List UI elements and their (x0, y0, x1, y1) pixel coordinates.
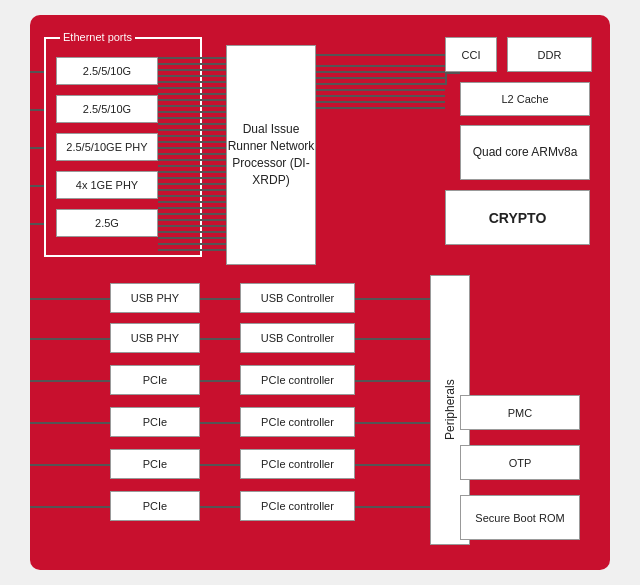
bus-line20 (158, 171, 226, 173)
bus-line15 (158, 141, 226, 143)
bus-line23 (158, 189, 226, 191)
bus-line10 (158, 111, 226, 113)
otp-box: OTP (460, 445, 580, 480)
line-eth1-left (30, 71, 44, 73)
ddr-box: DDR (507, 37, 592, 72)
pcie4-right (355, 506, 430, 508)
bus-line18 (158, 159, 226, 161)
bus-line8 (158, 99, 226, 101)
l2cache-box: L2 Cache (460, 82, 590, 116)
cci-box: CCI (445, 37, 497, 72)
eth1-box: 2.5/5/10G (56, 57, 158, 85)
usb-phy1-box: USB PHY (110, 283, 200, 313)
bus-line16 (158, 147, 226, 149)
eth3-box: 2.5/5/10GE PHY (56, 133, 158, 161)
pcie1-line (200, 380, 240, 382)
pcie3-left (30, 464, 110, 466)
pcie4-box: PCIe (110, 491, 200, 521)
proc-right-bus6 (316, 95, 445, 97)
line-eth4-left (30, 185, 44, 187)
usb-ctrl1-box: USB Controller (240, 283, 355, 313)
bus-line5 (158, 81, 226, 83)
pcie-ctrl4-box: PCIe controller (240, 491, 355, 521)
line-eth3-left (30, 147, 44, 149)
bus-line28 (158, 219, 226, 221)
pcie3-box: PCIe (110, 449, 200, 479)
usb-phy2-box: USB PHY (110, 323, 200, 353)
pcie2-box: PCIe (110, 407, 200, 437)
block-diagram: Ethernet ports 2.5/5/10G 2.5/5/10G 2.5/5… (30, 15, 610, 570)
proc-right-bus1 (316, 65, 445, 67)
proc-right-bus8 (316, 107, 445, 109)
eth5-box: 2.5G (56, 209, 158, 237)
pcie2-right (355, 422, 430, 424)
bus-line24 (158, 195, 226, 197)
bus-line21 (158, 177, 226, 179)
usb2-line (200, 338, 240, 340)
pcie2-line (200, 422, 240, 424)
bus-line14 (158, 135, 226, 137)
cci-h-line (316, 54, 445, 56)
pcie-ctrl2-box: PCIe controller (240, 407, 355, 437)
pcie1-left (30, 380, 110, 382)
pmc-box: PMC (460, 395, 580, 430)
pcie-ctrl3-box: PCIe controller (240, 449, 355, 479)
eth-group-label: Ethernet ports (60, 31, 135, 43)
pcie4-left (30, 506, 110, 508)
bus-line2 (158, 63, 226, 65)
usb2-left (30, 338, 110, 340)
bus-line30 (158, 231, 226, 233)
pcie2-left (30, 422, 110, 424)
bus-line19 (158, 165, 226, 167)
processor-label: Dual Issue Runner Network Processor (DI-… (226, 45, 316, 265)
arm-v-line1 (445, 72, 460, 74)
bus-line33 (158, 249, 226, 251)
bus-line32 (158, 243, 226, 245)
bus-line17 (158, 153, 226, 155)
line-eth5-left (30, 223, 44, 225)
pcie3-right (355, 464, 430, 466)
bus-line11 (158, 117, 226, 119)
pcie1-right (355, 380, 430, 382)
usb2-right (355, 338, 430, 340)
bus-line3 (158, 69, 226, 71)
proc-right-bus2 (316, 71, 445, 73)
pcie-ctrl1-box: PCIe controller (240, 365, 355, 395)
proc-right-bus5 (316, 89, 445, 91)
usb1-right (355, 298, 430, 300)
eth2-box: 2.5/5/10G (56, 95, 158, 123)
proc-right-bus4 (316, 83, 445, 85)
bus-line29 (158, 225, 226, 227)
quad-core-box: Quad core ARMv8a (460, 125, 590, 180)
bus-line6 (158, 87, 226, 89)
pcie4-line (200, 506, 240, 508)
bus-line25 (158, 201, 226, 203)
bus-line26 (158, 207, 226, 209)
bus-line4 (158, 75, 226, 77)
eth4-box: 4x 1GE PHY (56, 171, 158, 199)
proc-right-bus7 (316, 101, 445, 103)
line-eth2-left (30, 109, 44, 111)
bus-line31 (158, 237, 226, 239)
secure-boot-box: Secure Boot ROM (460, 495, 580, 540)
bus-line7 (158, 93, 226, 95)
bus-line12 (158, 123, 226, 125)
usb-ctrl2-box: USB Controller (240, 323, 355, 353)
usb1-left (30, 298, 110, 300)
bus-line1 (158, 57, 226, 59)
pcie1-box: PCIe (110, 365, 200, 395)
usb1-line (200, 298, 240, 300)
bus-line13 (158, 129, 226, 131)
pcie3-line (200, 464, 240, 466)
proc-right-bus3 (316, 77, 445, 79)
bus-line22 (158, 183, 226, 185)
bus-line9 (158, 105, 226, 107)
crypto-box: CRYPTO (445, 190, 590, 245)
bus-line27 (158, 213, 226, 215)
